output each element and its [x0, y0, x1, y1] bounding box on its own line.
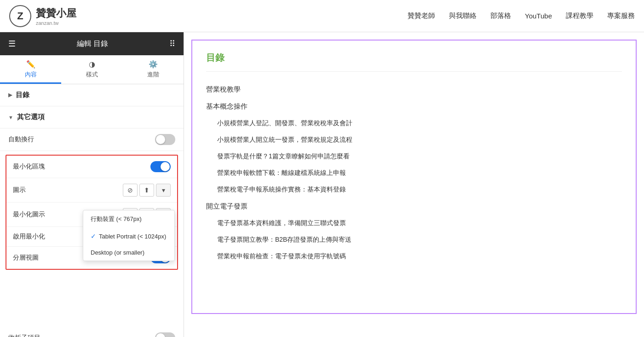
dropdown-item-desktop[interactable]: Desktop (or smaller) — [83, 244, 174, 261]
logo: Z 贊贊小屋 zanzan.tw — [9, 5, 76, 27]
min-block-row: 最小化區塊 — [6, 156, 177, 178]
toc-arrow-icon: ▶ — [8, 92, 12, 98]
tab-advanced[interactable]: ⚙️ 進階 — [122, 55, 184, 84]
list-item[interactable]: 電子發票基本資料維護，準備開立三聯式發票 — [206, 215, 622, 232]
tab-style-label: 樣式 — [86, 70, 98, 79]
min-block-knob — [161, 162, 170, 171]
main-layout: ☰ 編輯 目錄 ⠿ ✏️ 內容 ◑ 樣式 ⚙️ 進階 ▶ 目錄 — [0, 32, 644, 337]
list-item[interactable]: 小規模營業人開立統一發票，營業稅規定及流程 — [206, 132, 622, 148]
logo-name: 贊贊小屋 — [36, 6, 76, 20]
top-nav: Z 贊贊小屋 zanzan.tw 贊贊老師 與我聯絡 部落格 YouTube 課… — [0, 0, 644, 32]
list-item[interactable]: 營業稅電子申報系統操作實務：基本資料登錄 — [206, 181, 622, 198]
min-block-label: 最小化區塊 — [13, 163, 45, 171]
icon-chevron-down-btn[interactable]: ▾ — [156, 184, 171, 197]
check-icon: ✓ — [91, 232, 96, 240]
toc-section-header[interactable]: ▶ 目錄 — [0, 84, 184, 106]
tab-advanced-label: 進階 — [147, 70, 159, 79]
sidebar-content: ▶ 目錄 ▼ 其它選項 自動換行 最小化區塊 — [0, 84, 184, 337]
sidebar-header: ☰ 編輯 目錄 ⠿ — [0, 32, 184, 55]
content-inner: 目錄 營業稅教學 基本概念操作 小規模營業人登記、開發票、營業稅稅率及會計 小規… — [191, 40, 637, 314]
list-item[interactable]: 營業稅教學 — [206, 81, 622, 98]
list-item[interactable]: 營業稅申報前檢查：電子發票未使用字軌號碼 — [206, 248, 622, 265]
collapse-knob — [156, 333, 165, 337]
grid-icon[interactable]: ⠿ — [169, 39, 175, 49]
dropdown-item-mobile-label: 行動裝置 (< 767px) — [91, 215, 142, 223]
nav-link-courses[interactable]: 課程教學 — [566, 12, 593, 20]
other-options-label: 其它選項 — [17, 113, 45, 122]
nav-link-blog[interactable]: 部落格 — [490, 12, 511, 20]
icon-btn-group: ⊘ ⬆ ▾ — [123, 184, 171, 197]
auto-wrap-knob — [156, 135, 165, 144]
auto-wrap-row: 自動換行 — [0, 128, 184, 151]
logo-text-block: 贊贊小屋 zanzan.tw — [36, 6, 76, 26]
content-tab-icon: ✏️ — [26, 60, 35, 69]
extra-options: 收折子項目 僅當目錄可以被釘上時才應使用「收折」選項 — [0, 325, 184, 337]
list-item[interactable]: 小規模營業人登記、開發票、營業稅稅率及會計 — [206, 115, 622, 132]
collapse-row: 收折子項目 — [0, 327, 184, 337]
content-area: 目錄 營業稅教學 基本概念操作 小規模營業人登記、開發票、營業稅稅率及會計 小規… — [184, 32, 644, 337]
enable-min-label: 啟用最小化 — [13, 232, 45, 241]
nav-links: 贊贊老師 與我聯絡 部落格 YouTube 課程教學 專案服務 — [408, 12, 635, 20]
auto-wrap-label: 自動換行 — [8, 135, 34, 144]
logo-sub: zanzan.tw — [36, 20, 76, 26]
icon-circle-btn[interactable]: ⊘ — [123, 184, 138, 197]
list-item[interactable]: 電子發票開立教學：B2B存證發票的上傳與寄送 — [206, 232, 622, 248]
icon-upload-btn[interactable]: ⬆ — [139, 184, 154, 197]
tab-content-label: 內容 — [25, 70, 37, 79]
advanced-tab-icon: ⚙️ — [149, 60, 158, 69]
nav-link-services[interactable]: 專案服務 — [607, 12, 635, 20]
toc-content-title: 目錄 — [206, 52, 622, 72]
layer-view-label: 分層視圖 — [13, 254, 39, 262]
list-item[interactable]: 營業稅申報軟體下載：離線建檔系統線上申報 — [206, 165, 622, 181]
collapse-toggle[interactable] — [155, 332, 175, 337]
toc-list: 營業稅教學 基本概念操作 小規模營業人登記、開發票、營業稅稅率及會計 小規模營業… — [206, 81, 622, 265]
min-display-label: 最小化圖示 — [13, 210, 45, 219]
other-arrow-icon: ▼ — [8, 115, 13, 120]
auto-wrap-toggle[interactable] — [155, 134, 175, 145]
collapse-label: 收折子項目 — [8, 334, 40, 337]
logo-icon: Z — [9, 5, 31, 27]
tab-style[interactable]: ◑ 樣式 — [61, 55, 122, 84]
dropdown-item-tablet-label: Tablet Portrait (< 1024px) — [99, 233, 166, 240]
list-item[interactable]: 基本概念操作 — [206, 98, 622, 115]
style-tab-icon: ◑ — [89, 60, 95, 69]
hamburger-icon[interactable]: ☰ — [8, 39, 16, 49]
dropdown-menu: 行動裝置 (< 767px) ✓ Tablet Portrait (< 1024… — [83, 210, 175, 261]
sidebar-title: 編輯 目錄 — [77, 39, 108, 49]
list-item[interactable]: 開立電子發票 — [206, 198, 622, 215]
nav-link-contact[interactable]: 與我聯絡 — [449, 12, 477, 20]
sidebar-tabs: ✏️ 內容 ◑ 樣式 ⚙️ 進階 — [0, 55, 184, 84]
dropdown-item-desktop-label: Desktop (or smaller) — [91, 249, 144, 256]
icon-row: 圖示 ⊘ ⬆ ▾ — [6, 178, 177, 203]
other-options-header[interactable]: ▼ 其它選項 — [0, 106, 184, 128]
dropdown-item-tablet[interactable]: ✓ Tablet Portrait (< 1024px) — [83, 228, 174, 244]
nav-link-teacher[interactable]: 贊贊老師 — [408, 12, 435, 20]
dropdown-item-mobile[interactable]: 行動裝置 (< 767px) — [83, 210, 174, 228]
list-item[interactable]: 發票字軌是什麼？1篇文章瞭解如何申請怎麼看 — [206, 148, 622, 165]
icon-label: 圖示 — [13, 186, 26, 194]
tab-content[interactable]: ✏️ 內容 — [0, 55, 61, 84]
sidebar: ☰ 編輯 目錄 ⠿ ✏️ 內容 ◑ 樣式 ⚙️ 進階 ▶ 目錄 — [0, 32, 184, 337]
toc-section-label: 目錄 — [16, 91, 29, 99]
nav-link-youtube[interactable]: YouTube — [525, 12, 552, 20]
min-block-toggle[interactable] — [150, 161, 171, 172]
